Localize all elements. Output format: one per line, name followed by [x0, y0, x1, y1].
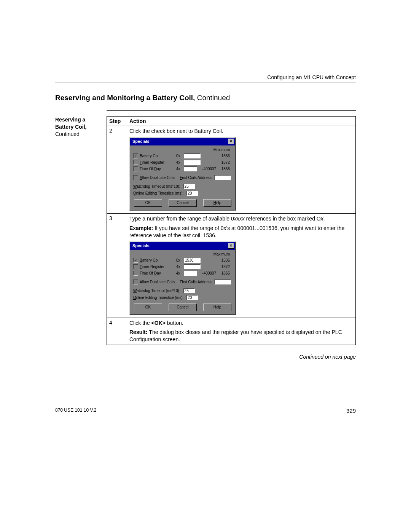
watchdog-input[interactable]: 25: [183, 184, 195, 189]
online-edit-label: Online Editing Timeslice (ms):: [133, 296, 183, 300]
online-edit-input[interactable]: 20: [186, 295, 198, 300]
time-of-day-input[interactable]: [184, 271, 197, 276]
cancel-button[interactable]: Cancel: [169, 304, 197, 311]
battery-coil-input[interactable]: 1536: [184, 258, 201, 263]
continued-note: Continued on next page: [107, 354, 356, 360]
first-coils-label: First Coils Address:: [180, 280, 212, 284]
battery-coil-max: 1536: [202, 258, 232, 262]
timer-register-label: Timer Register: [140, 265, 175, 269]
time-of-day-label: Time Of Day: [140, 167, 175, 171]
time-of-day-label: Time Of Day: [140, 271, 175, 275]
dialog-titlebar: Specials ✕: [130, 138, 235, 145]
tod-max: 1865: [218, 167, 232, 171]
first-coils-label: First Coils Address:: [180, 176, 212, 180]
action-text: Type a number from the range of availabl…: [129, 215, 353, 222]
prefix-0x: 0x: [176, 258, 182, 262]
step-num: 2: [107, 126, 127, 214]
time-of-day-input[interactable]: [184, 166, 197, 171]
step-num: 3: [107, 213, 127, 318]
footer-page-number: 329: [346, 407, 356, 414]
step-action: Click the <OK> button. Result: The dialo…: [127, 318, 356, 345]
dialog-title: Specials: [132, 243, 150, 248]
timer-register-label: Timer Register: [140, 160, 175, 165]
action-result: Result: The dialog box closes and the re…: [129, 329, 353, 343]
running-header: Configuring an M1 CPU with Concept: [55, 74, 356, 80]
dialog-titlebar: Specials ✕: [130, 242, 235, 250]
watchdog-label: Watchdog Timeout (ms*10):: [133, 184, 180, 189]
col-action: Action: [127, 117, 356, 126]
table-row: 4 Click the <OK> button. Result: The dia…: [107, 318, 356, 345]
watchdog-label: Watchdog Timeout (ms*10):: [133, 289, 180, 293]
step-action: Click the check box next to Battery Coil…: [127, 126, 356, 214]
allow-duplicate-label: Allow Duplicate Coils: [140, 280, 175, 284]
battery-coil-input[interactable]: [184, 153, 201, 158]
tod-suffix: -400007: [199, 167, 216, 171]
timer-register-max: 1872: [202, 160, 232, 165]
specials-dialog: Specials ✕ Maximum ✓ Battery Coil 0x: [129, 241, 236, 315]
action-example: Example: If you have set the range of 0x…: [129, 225, 353, 239]
tod-max: 1865: [218, 271, 232, 275]
allow-duplicate-checkbox[interactable]: [133, 280, 138, 284]
close-icon[interactable]: ✕: [228, 139, 234, 144]
action-text: Click the <OK> button.: [129, 320, 353, 327]
section-rule: [107, 110, 356, 111]
maximum-header: Maximum: [133, 148, 232, 152]
prefix-4x: 4x: [176, 160, 182, 165]
page-title: Reserving and Monitoring a Battery Coil,…: [55, 94, 356, 102]
side-heading: Reserving a Battery Coil, Continued: [55, 116, 107, 351]
col-step: Step: [107, 117, 127, 126]
ok-button[interactable]: OK: [134, 304, 162, 311]
online-edit-label: Online Editing Timeslice (ms):: [133, 191, 183, 195]
footer-doc-id: 870 USE 101 10 V.2: [55, 407, 96, 414]
action-text: Click the check box next to Battery Coil…: [129, 128, 353, 135]
side-line2: Battery Coil,: [55, 123, 107, 131]
page-title-bold: Reserving and Monitoring a Battery Coil,: [55, 94, 197, 102]
close-icon[interactable]: ✕: [228, 243, 234, 249]
battery-coil-checkbox[interactable]: ✓: [133, 153, 138, 158]
table-row: 3 Type a number from the range of availa…: [107, 213, 356, 318]
allow-duplicate-checkbox[interactable]: [133, 175, 138, 180]
timer-register-checkbox[interactable]: [133, 160, 138, 165]
side-line1: Reserving a: [55, 116, 107, 123]
time-of-day-checkbox[interactable]: [133, 271, 138, 276]
help-button[interactable]: Help: [203, 304, 231, 311]
table-row: 2 Click the check box next to Battery Co…: [107, 126, 356, 214]
help-button[interactable]: Help: [203, 199, 231, 207]
timer-register-max: 1872: [202, 265, 232, 269]
watchdog-input[interactable]: 25: [183, 288, 195, 293]
page-title-cont: Continued: [197, 94, 230, 102]
timer-register-input[interactable]: [184, 264, 201, 269]
timer-register-checkbox[interactable]: [133, 264, 138, 269]
first-coils-input[interactable]: [214, 175, 231, 180]
cancel-button[interactable]: Cancel: [169, 199, 197, 207]
specials-dialog: Specials ✕ Maximum ✓ Battery Coil 0x: [129, 137, 236, 211]
battery-coil-label: Battery Coil: [140, 154, 175, 158]
time-of-day-checkbox[interactable]: [133, 166, 138, 171]
prefix-4x2: 4x: [176, 167, 182, 171]
ok-button[interactable]: OK: [134, 199, 162, 207]
prefix-4x: 4x: [176, 265, 182, 269]
allow-duplicate-label: Allow Duplicate Coils: [140, 176, 175, 180]
maximum-header: Maximum: [133, 252, 232, 256]
step-num: 4: [107, 318, 127, 345]
header-rule: [55, 83, 356, 83]
tod-suffix: -400007: [199, 271, 216, 275]
bottom-rule: [107, 349, 356, 349]
step-action: Type a number from the range of availabl…: [127, 213, 356, 318]
first-coils-input[interactable]: [214, 280, 231, 284]
battery-coil-checkbox[interactable]: ✓: [133, 258, 138, 263]
steps-table: Step Action 2 Click the check box next t…: [107, 116, 356, 345]
prefix-0x: 0x: [176, 154, 182, 158]
battery-coil-label: Battery Coil: [140, 258, 175, 262]
side-line3: Continued: [55, 131, 107, 138]
online-edit-input[interactable]: 20: [186, 191, 198, 196]
dialog-title: Specials: [132, 139, 150, 144]
prefix-4x2: 4x: [176, 271, 182, 275]
timer-register-input[interactable]: [184, 160, 201, 165]
battery-coil-max: 1536: [202, 154, 232, 158]
